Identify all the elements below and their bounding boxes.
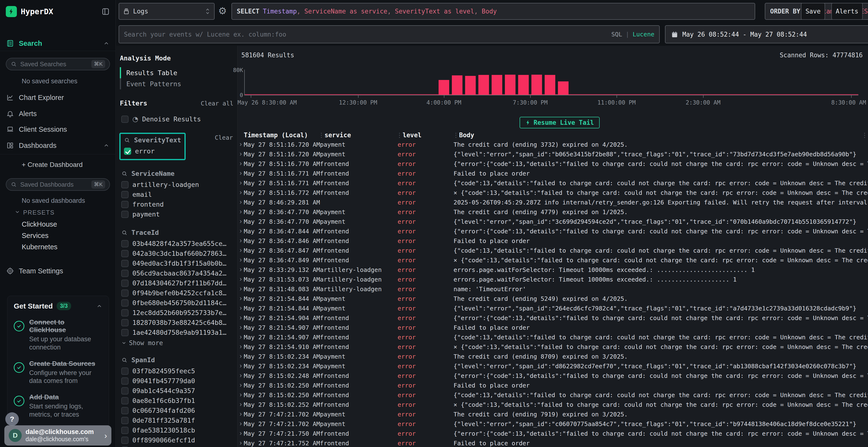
presets-toggle[interactable]: PRESETS [14,209,55,216]
row-expand-icon[interactable] [238,364,244,368]
log-row[interactable]: May 27 7:47:21.702 AMpaymenterror{"level… [238,419,868,429]
row-expand-icon[interactable] [238,422,244,426]
filter-checkbox[interactable] [121,407,128,414]
filter-checkbox[interactable] [121,387,128,394]
log-row[interactable]: May 27 8:36:47.849 AMfrontenderror× {"co… [238,255,868,265]
filter-checkbox-item[interactable]: 12ec8dd52b60b9525733b7e… [121,308,237,318]
filter-checkbox-item[interactable]: 09ab1c4544c9a357 [121,386,237,396]
row-expand-icon[interactable] [238,306,244,310]
log-row[interactable]: May 27 8:15:02.248 AMfrontenderror{"erro… [238,371,868,381]
log-row[interactable]: May 27 8:36:47.847 AMfrontenderror{"code… [238,246,868,255]
filter-checkbox-item[interactable]: 0c0667304fafd206 [121,406,237,415]
log-row[interactable]: May 27 8:36:47.770 AMpaymenterror{"level… [238,217,868,227]
select-clause-input[interactable]: SELECT Timestamp, ServiceName as service… [231,3,755,20]
column-header-body[interactable]: Body [459,132,861,139]
sidebar-item-search[interactable]: Search [0,36,116,50]
log-row[interactable]: May 27 8:15:02.250 AMfrontenderrorFailed… [238,381,868,390]
log-row[interactable]: May 27 7:47:21.750 AMfrontenderror{"erro… [238,429,868,438]
filter-checkbox[interactable] [121,240,128,247]
column-header-timestamp[interactable]: Timestamp (Local) [244,132,318,139]
help-button[interactable]: ? [5,412,19,426]
filter-checkbox-item[interactable]: 056cd9acbaac8637a4354a2… [121,268,237,278]
filter-checkbox-item[interactable]: 07d184304627bf2f11b67dd… [121,278,237,288]
analysis-mode-option[interactable]: Results Table [120,67,237,78]
source-select[interactable]: Logs [119,3,215,20]
filter-checkbox[interactable] [121,181,128,188]
show-more-button[interactable]: Show more [121,339,237,347]
log-row[interactable]: May 27 8:31:53.073 AMartillery-loadgener… [238,275,868,284]
table-options-icon[interactable]: ⋮ [861,132,868,139]
denoise-checkbox[interactable] [121,115,128,123]
filter-checkbox-item[interactable]: 0de781ff325a781f [121,415,237,425]
histogram-bar[interactable] [465,76,476,95]
log-row[interactable]: May 27 8:21:54.907 AMfrontenderrorFailed… [238,323,868,332]
chevron-up-icon[interactable] [96,303,102,309]
filter-checkbox-item[interactable]: frontend [121,199,237,209]
preset-kubernetes[interactable]: Kubernetes [22,243,57,251]
row-expand-icon[interactable] [238,191,244,195]
log-row[interactable]: May 27 8:15:02.252 AMfrontenderror× {"co… [238,400,868,409]
row-expand-icon[interactable] [238,248,244,253]
filter-checkbox-item[interactable]: 0f94b9befe0b4252ccfa1c8… [121,288,237,298]
filter-checkbox[interactable] [121,211,128,218]
histogram-bar[interactable] [492,75,502,95]
filter-checkbox[interactable] [121,329,128,336]
clear-all-filters-button[interactable]: Clear all [201,100,234,107]
filter-checkbox-item[interactable]: payment [121,209,237,219]
row-expand-icon[interactable] [238,277,244,281]
row-expand-icon[interactable] [238,258,244,262]
filter-checkbox[interactable] [121,368,128,375]
row-expand-icon[interactable] [238,354,244,358]
log-row[interactable]: May 27 8:21:54.844 AMpaymenterror{"level… [238,304,868,313]
filter-checkbox-item[interactable]: 0ae8e1f6c6b37fb1 [121,396,237,406]
row-expand-icon[interactable] [238,297,244,301]
log-row[interactable]: May 27 8:36:47.770 AMpaymenterrorThe cre… [238,207,868,217]
row-expand-icon[interactable] [238,239,244,243]
preset-clickhouse[interactable]: ClickHouse [22,220,57,228]
filter-checkbox[interactable] [121,280,128,287]
filter-checkbox-item[interactable]: 03f7b824595feec5 [121,366,237,376]
lang-sql[interactable]: SQL [611,31,622,38]
denoise-results-toggle[interactable]: ◔ Denoise Results [121,115,237,123]
histogram-bar[interactable] [518,75,529,95]
filter-group-clear-button[interactable]: Clear [215,134,233,141]
filter-checkbox[interactable] [121,397,128,404]
sidebar-item-team-settings[interactable]: Team Settings [0,264,116,278]
filter-checkbox[interactable] [121,201,128,208]
filter-checkbox-item[interactable]: error [124,146,181,156]
row-expand-icon[interactable] [238,316,244,320]
filter-checkbox-item[interactable]: 18287038b73e882425c64b8… [121,318,237,328]
histogram-bar[interactable] [452,75,462,95]
source-settings-gear-icon[interactable]: ⚙ [218,5,227,16]
filter-checkbox[interactable] [121,309,128,316]
create-dashboard-button[interactable]: + Create Dashboard [22,161,83,169]
row-expand-icon[interactable] [238,335,244,339]
log-row[interactable]: May 27 8:36:47.844 AMfrontenderror{"erro… [238,227,868,236]
sidebar-item-alerts[interactable]: Alerts [0,106,116,121]
column-grip-icon[interactable]: ⋮ [318,132,324,139]
log-row[interactable]: May 27 8:51:16.720 AMpaymenterror{"level… [238,149,868,159]
filter-checkbox[interactable] [121,260,128,267]
filter-checkbox-item[interactable]: 0ff8990066efcf1d [121,435,237,445]
log-row[interactable]: May 27 8:33:29.132 AMartillery-loadgener… [238,265,868,275]
user-account-button[interactable]: D dale@clickhouse.com dale@clickhouse.co… [4,425,112,446]
row-expand-icon[interactable] [238,441,244,445]
row-expand-icon[interactable] [238,181,244,185]
filter-checkbox-item[interactable]: 1ae42480d758e9ab91193a1… [121,328,237,337]
filter-checkbox-item[interactable]: 042a30c3dc1baf660b27863… [121,248,237,259]
log-row[interactable]: May 27 8:21:54.907 AMfrontenderror{"code… [238,332,868,342]
filter-checkbox-item[interactable]: artillery-loadgen [121,180,237,190]
row-expand-icon[interactable] [238,393,244,397]
sidebar-item-dashboards[interactable]: Dashboards [0,138,116,153]
get-started-item[interactable]: Create Data SourcesConfigure where your … [14,360,102,385]
results-histogram[interactable]: May 26 8:30:00 AM12:30:00 PM4:00:00 PM7:… [238,46,868,106]
preset-services[interactable]: Services [22,232,49,240]
saved-dashboards-input[interactable]: Saved Dashboards ⌘K [6,178,110,191]
histogram-bar[interactable] [558,81,568,95]
filter-checkbox-item[interactable]: 049ed0ac3fdb1f3f15a0b0b… [121,259,237,268]
histogram-bar[interactable] [478,75,489,95]
histogram-bar[interactable] [531,75,542,95]
row-expand-icon[interactable] [238,142,244,147]
log-row[interactable]: May 27 8:15:02.234 AMpaymenterror{"level… [238,361,868,371]
filter-checkbox[interactable] [121,319,128,326]
